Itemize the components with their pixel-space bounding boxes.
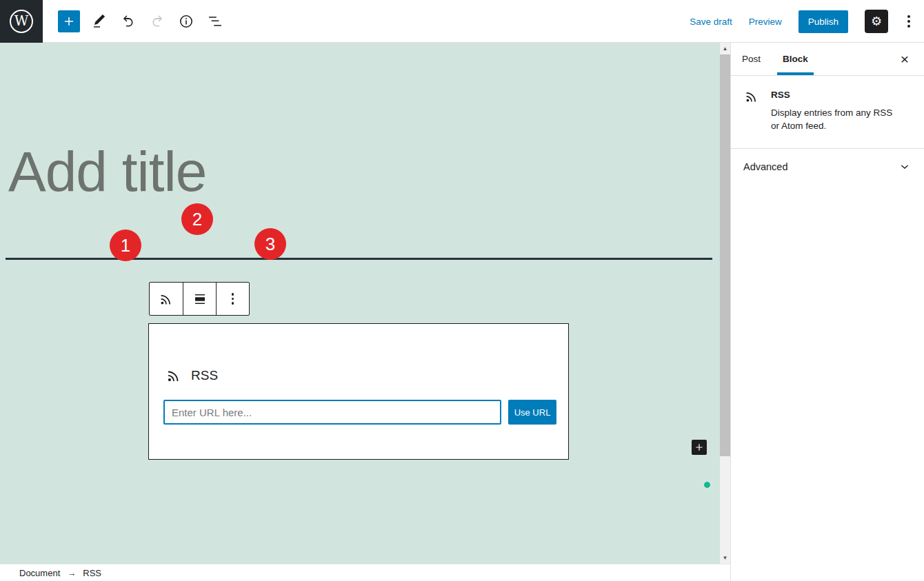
advanced-label: Advanced	[743, 161, 788, 172]
rss-icon	[743, 88, 760, 105]
rss-url-form: Use URL	[163, 400, 556, 425]
block-options-button[interactable]	[216, 283, 249, 315]
block-toolbar	[149, 282, 250, 316]
breadcrumb-arrow: →	[67, 568, 76, 578]
rss-block-placeholder: RSS Use URL	[148, 323, 569, 460]
append-block-button[interactable]	[692, 440, 707, 455]
wordpress-logo-button[interactable]: W	[0, 0, 43, 43]
publish-button[interactable]: Publish	[799, 10, 848, 33]
annotation-circle-1: 1	[110, 230, 141, 261]
annotation-circle-2: 2	[181, 203, 213, 235]
more-options-menu[interactable]	[905, 11, 913, 32]
close-icon: ×	[901, 51, 909, 68]
annotation-circle-3: 3	[254, 228, 286, 260]
rss-block-title: RSS	[191, 368, 218, 383]
breadcrumb: Document → RSS	[0, 564, 730, 581]
block-inserter-button[interactable]	[58, 10, 80, 32]
use-url-button[interactable]: Use URL	[508, 400, 556, 425]
chevron-down-icon	[898, 160, 912, 174]
wordpress-block-editor: W Save draft Preview Pub	[0, 0, 924, 581]
tab-block[interactable]: Block	[772, 43, 819, 75]
editor-topbar: W Save draft Preview Pub	[0, 0, 924, 43]
preview-button[interactable]: Preview	[749, 17, 782, 27]
block-card-title: RSS	[771, 90, 902, 100]
rss-block-type-button[interactable]	[150, 283, 183, 315]
wordpress-icon: W	[10, 10, 33, 33]
save-draft-button[interactable]: Save draft	[690, 17, 732, 27]
info-icon[interactable]	[177, 12, 196, 31]
scroll-down-arrow[interactable]: ▼	[720, 552, 730, 564]
kebab-icon	[232, 293, 234, 305]
theme-separator-line	[6, 258, 712, 260]
edit-tools-icon[interactable]	[90, 12, 109, 31]
rss-block-header: RSS	[165, 367, 218, 385]
breadcrumb-document[interactable]: Document	[19, 568, 60, 578]
scrollbar-thumb[interactable]	[720, 54, 730, 456]
undo-icon[interactable]	[119, 12, 138, 31]
settings-gear-button[interactable]: ⚙	[865, 10, 888, 33]
gear-icon: ⚙	[871, 14, 882, 29]
list-view-icon[interactable]	[205, 12, 225, 31]
close-sidebar-button[interactable]: ×	[892, 43, 917, 76]
canvas-scrollbar[interactable]: ▲ ▼	[720, 43, 730, 564]
redo-icon[interactable]	[148, 12, 167, 31]
breadcrumb-rss[interactable]: RSS	[83, 568, 101, 578]
block-card-description: Display entries from any RSS or Atom fee…	[771, 107, 902, 133]
snackbar-dot	[703, 481, 711, 489]
rss-url-input[interactable]	[163, 400, 501, 425]
scroll-up-arrow[interactable]: ▲	[720, 43, 730, 54]
tab-post[interactable]: Post	[731, 43, 772, 75]
rss-icon	[165, 367, 183, 385]
advanced-panel-toggle[interactable]: Advanced	[731, 149, 924, 185]
settings-sidebar: Post Block × RSS Display entries from an…	[730, 43, 924, 581]
sidebar-tabs: Post Block ×	[731, 43, 924, 76]
block-card: RSS Display entries from any RSS or Atom…	[731, 76, 924, 149]
topbar-right-tools: Save draft Preview Publish ⚙	[690, 0, 913, 43]
change-alignment-button[interactable]	[183, 283, 216, 315]
post-title-input[interactable]: Add title	[8, 139, 206, 204]
editor-canvas: Add title 1 2 3 RSS Use URL	[0, 43, 720, 564]
topbar-left-tools	[58, 0, 225, 43]
